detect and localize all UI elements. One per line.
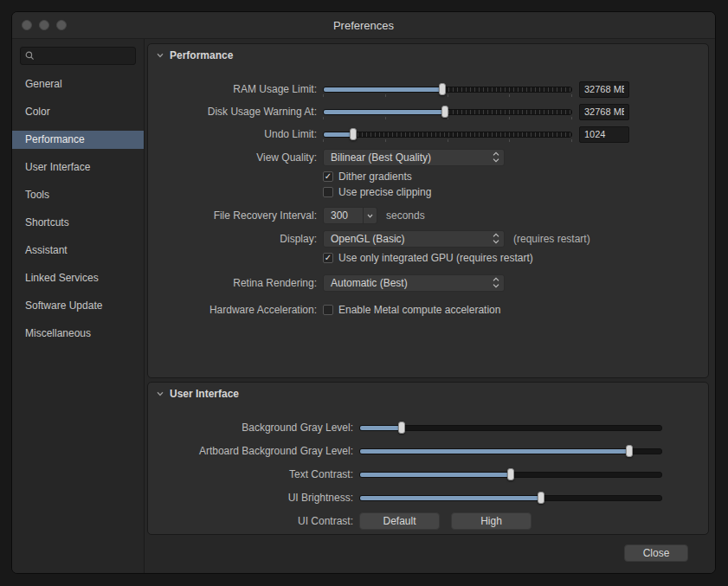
slider-thumb[interactable] — [538, 492, 544, 504]
undo-limit-input[interactable] — [579, 126, 629, 143]
minimize-window-button[interactable] — [39, 20, 49, 30]
view-quality-value: Bilinear (Best Quality) — [331, 151, 431, 164]
stepper-icon — [493, 151, 499, 163]
window-title: Preferences — [333, 19, 394, 32]
undo-limit-label: Undo Limit: — [157, 128, 317, 140]
slider-thumb[interactable] — [626, 445, 633, 457]
footer: Close — [147, 544, 688, 562]
ui-brightness-slider[interactable] — [359, 491, 662, 505]
text-contrast-row: Text Contrast: — [157, 462, 699, 486]
background-gray-slider[interactable] — [359, 421, 662, 435]
slider-thumb[interactable] — [398, 422, 405, 434]
sidebar-item-user-interface[interactable]: User Interface — [12, 158, 144, 177]
preferences-window: Preferences General Color Performance Us… — [11, 11, 716, 574]
search-field[interactable] — [20, 47, 136, 65]
ram-limit-row: RAM Usage Limit: — [157, 78, 699, 100]
slider-thumb[interactable] — [439, 83, 446, 95]
background-gray-label: Background Gray Level: — [157, 422, 353, 434]
background-gray-row: Background Gray Level: — [157, 415, 699, 439]
integrated-gpu-checkbox[interactable]: ✓ — [323, 253, 333, 263]
ram-limit-label: RAM Usage Limit: — [157, 83, 317, 95]
sidebar-item-general[interactable]: General — [12, 75, 144, 93]
artboard-gray-row: Artboard Background Gray Level: — [157, 439, 699, 462]
recovery-interval-label: File Recovery Interval: — [157, 209, 317, 222]
ram-limit-slider[interactable] — [323, 82, 572, 96]
artboard-gray-slider[interactable] — [359, 444, 662, 458]
performance-section-header[interactable]: Performance — [148, 44, 708, 67]
disk-warning-input[interactable] — [579, 104, 629, 120]
display-dropdown[interactable]: OpenGL (Basic) — [323, 230, 505, 248]
precise-clipping-checkbox[interactable] — [323, 187, 333, 197]
slider-ticks — [323, 139, 572, 142]
undo-limit-slider[interactable] — [323, 127, 572, 141]
section-title: User Interface — [170, 388, 239, 400]
view-quality-row: View Quality: Bilinear (Best Quality) — [157, 145, 699, 169]
disk-warning-slider[interactable] — [323, 105, 572, 119]
dither-gradients-label: Dither gradients — [338, 171, 412, 183]
view-quality-label: View Quality: — [157, 151, 317, 164]
retina-rendering-row: Retina Rendering: Automatic (Best) — [157, 271, 699, 294]
close-window-button[interactable] — [22, 20, 32, 30]
sidebar-item-tools[interactable]: Tools — [12, 186, 144, 204]
user-interface-section-header[interactable]: User Interface — [148, 383, 708, 405]
disk-warning-row: Disk Usage Warning At: — [157, 100, 699, 123]
stepper-icon — [493, 233, 499, 244]
slider-thumb[interactable] — [350, 128, 357, 140]
metal-acceleration-checkbox[interactable] — [323, 305, 333, 315]
integrated-gpu-row: ✓ Use only integrated GPU (requires rest… — [323, 250, 699, 266]
sidebar-item-color[interactable]: Color — [12, 103, 144, 121]
ui-contrast-label: UI Contrast: — [157, 515, 353, 527]
recovery-interval-row: File Recovery Interval: 300 seconds — [157, 204, 699, 227]
text-contrast-label: Text Contrast: — [157, 468, 353, 480]
content-area: Performance RAM Usage Limit: Disk Usage — [145, 39, 715, 573]
metal-acceleration-label: Enable Metal compute acceleration — [338, 304, 500, 316]
ui-brightness-row: UI Brightness: — [157, 486, 699, 509]
user-interface-panel: User Interface Background Gray Level: Ar… — [147, 382, 709, 535]
view-quality-dropdown[interactable]: Bilinear (Best Quality) — [323, 149, 505, 166]
ui-brightness-label: UI Brightness: — [157, 492, 353, 504]
recovery-interval-unit: seconds — [386, 209, 425, 222]
stepper-icon — [493, 277, 499, 288]
display-note: (requires restart) — [513, 233, 590, 245]
precise-clipping-label: Use precise clipping — [338, 186, 431, 198]
retina-rendering-label: Retina Rendering: — [157, 277, 317, 289]
sidebar-item-linked-services[interactable]: Linked Services — [12, 269, 144, 287]
titlebar: Preferences — [12, 12, 715, 39]
section-title: Performance — [170, 49, 233, 61]
ui-contrast-row: UI Contrast: Default High — [157, 509, 699, 532]
slider-ticks — [323, 94, 572, 97]
sidebar-item-assistant[interactable]: Assistant — [12, 241, 144, 260]
sidebar: General Color Performance User Interface… — [12, 39, 145, 573]
disk-warning-label: Disk Usage Warning At: — [157, 106, 317, 118]
recovery-interval-value: 300 — [324, 209, 363, 222]
hardware-acceleration-label: Hardware Acceleration: — [157, 304, 317, 316]
artboard-gray-label: Artboard Background Gray Level: — [157, 445, 353, 457]
retina-rendering-dropdown[interactable]: Automatic (Best) — [323, 274, 505, 292]
close-button[interactable]: Close — [624, 544, 688, 562]
performance-panel: Performance RAM Usage Limit: Disk Usage — [147, 43, 709, 378]
disclosure-chevron-icon — [157, 53, 164, 58]
display-label: Display: — [157, 233, 317, 245]
ram-limit-input[interactable] — [579, 81, 629, 98]
slider-thumb[interactable] — [441, 106, 448, 118]
check-icon: ✓ — [325, 172, 332, 181]
dither-gradients-checkbox[interactable]: ✓ — [323, 171, 333, 182]
ui-contrast-default-button[interactable]: Default — [359, 512, 440, 530]
sidebar-item-performance[interactable]: Performance — [12, 131, 144, 149]
sidebar-item-miscellaneous[interactable]: Miscellaneous — [12, 325, 144, 343]
sidebar-item-shortcuts[interactable]: Shortcuts — [12, 214, 144, 232]
text-contrast-slider[interactable] — [359, 467, 662, 481]
sidebar-item-software-update[interactable]: Software Update — [12, 297, 144, 315]
chevron-down-icon[interactable] — [363, 208, 377, 223]
precise-clipping-row: Use precise clipping — [323, 184, 699, 200]
search-input[interactable] — [38, 51, 131, 61]
check-icon: ✓ — [325, 254, 332, 262]
undo-limit-row: Undo Limit: — [157, 123, 699, 145]
search-icon — [25, 51, 35, 61]
hardware-acceleration-row: Hardware Acceleration: Enable Metal comp… — [157, 299, 699, 321]
traffic-lights — [22, 20, 67, 30]
recovery-interval-combo[interactable]: 300 — [323, 207, 377, 224]
ui-contrast-high-button[interactable]: High — [451, 512, 532, 530]
zoom-window-button[interactable] — [56, 20, 67, 30]
slider-thumb[interactable] — [507, 468, 514, 480]
